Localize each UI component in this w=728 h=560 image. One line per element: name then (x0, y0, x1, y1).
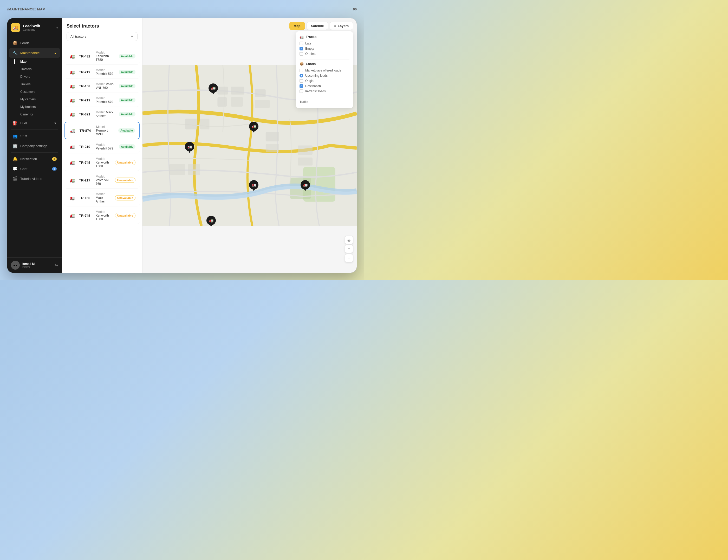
tractor-item[interactable]: 🚛 TR-219 Model: Peterbilt 579 Available (64, 94, 140, 107)
sidebar-item-loads[interactable]: 📦 Loads (9, 38, 60, 48)
zoom-out-button[interactable]: − (345, 254, 353, 262)
sidebar-sub-item-carrier-for-label: Carier for (20, 113, 33, 116)
tracks-late-label: Late (305, 42, 311, 45)
tractor-icon: 🚛 (69, 53, 76, 60)
tractor-id: TR-219 (79, 145, 93, 149)
tractor-id: TR-321 (79, 112, 93, 116)
sidebar-header: 🚚 LoadSwift Company « (7, 18, 62, 37)
tractor-item[interactable]: 🚛 TR-745 Model: Kenworth T680 Unavailabl… (64, 207, 140, 224)
tractor-item[interactable]: 🚛 TR-745 Model: Kenworth T680 Unavailabl… (64, 154, 140, 171)
sidebar-sub-item-trailers[interactable]: Trailers (9, 81, 60, 88)
svg-rect-5 (217, 97, 227, 107)
filter-dropdown[interactable]: All tractors ▼ (67, 32, 138, 41)
fuel-chevron: ▼ (54, 122, 57, 125)
tractor-item[interactable]: 🚛 TR-432 Model: Kenworth T680 Available (64, 48, 140, 65)
sidebar-divider-2 (11, 152, 58, 153)
svg-rect-10 (200, 119, 209, 129)
svg-rect-6 (231, 97, 243, 107)
stuff-icon: 👥 (12, 134, 18, 139)
tractor-model: Model: Kenworth W900 (96, 125, 115, 136)
sidebar-sub-item-tractors[interactable]: Tractors (9, 66, 60, 73)
layers-panel: 🚛 Tracks ✓ Late ✓ Empty ✓ (296, 31, 353, 108)
marketplace-loads-label: Marketplace offered loads (305, 69, 341, 72)
sidebar-sub-item-my-carriers[interactable]: My carriers (9, 96, 60, 103)
tractor-status-badge: Available (119, 70, 135, 74)
sidebar-sub-item-my-brokers-label: My brokers (20, 105, 36, 109)
sidebar-item-fuel-label: Fuel (20, 121, 27, 125)
tractor-id: TR-874 (80, 129, 93, 133)
in-transit-checkbox[interactable]: ✓ (300, 89, 303, 93)
svg-rect-11 (266, 132, 279, 141)
tractor-item[interactable]: 🚛 TR-321 Model: Mack Anthem Available (64, 108, 140, 121)
filter-label: All tractors (70, 35, 86, 38)
sidebar-sub-item-my-brokers[interactable]: My brokers (9, 103, 60, 110)
sidebar-sub-item-tractors-label: Tractors (20, 67, 32, 71)
tractor-id: TR-745 (79, 161, 93, 165)
tractor-icon: 🚛 (69, 68, 76, 76)
tractor-model: Model: Kenworth T680 (96, 157, 112, 168)
tractor-item[interactable]: 🚛 TR-160 Model: Mack Anthem Unavailable (64, 190, 140, 206)
tractor-id: TR-217 (79, 178, 93, 182)
tractor-icon: 🚛 (69, 194, 76, 201)
destination-checkbox[interactable]: ✓ (300, 84, 303, 88)
tracks-late-item: ✓ Late (300, 41, 349, 46)
upcoming-loads-radio[interactable] (300, 74, 303, 77)
sidebar-sub-item-drivers[interactable]: Drivers (9, 73, 60, 80)
sidebar-item-notification[interactable]: 🔔 Notification 3 (9, 154, 60, 164)
svg-rect-15 (298, 146, 313, 155)
sidebar-collapse-button[interactable]: « (56, 25, 58, 30)
tractor-model: Model: Mack Anthem (96, 110, 116, 118)
tractor-item[interactable]: 🚛 TR-217 Model: Volvo VNL 760 Unavailabl… (64, 172, 140, 189)
tracks-late-checkbox[interactable]: ✓ (300, 42, 303, 45)
svg-rect-7 (255, 89, 266, 97)
tracks-ontime-checkbox[interactable]: ✓ (300, 52, 303, 56)
sidebar-item-tutorial[interactable]: 🎬 Tutorial videos (9, 174, 60, 184)
map-pin-3[interactable]: 🚛 (185, 142, 194, 154)
tractor-id: TR-160 (79, 196, 93, 200)
tractor-panel: Select tractors All tractors ▼ 🚛 TR-432 … (62, 18, 142, 273)
marketplace-loads-checkbox[interactable]: ✓ (300, 69, 303, 72)
map-pin-1[interactable]: 🚛 (209, 83, 218, 95)
sidebar-sub-item-map[interactable]: Map (9, 58, 60, 65)
chat-icon: 💬 (12, 166, 18, 171)
sidebar-item-chat-label: Chat (20, 167, 27, 171)
map-pin-6[interactable]: 🚛 (206, 216, 216, 228)
sidebar-item-chat[interactable]: 💬 Chat 5 (9, 164, 60, 174)
sidebar-item-stuff[interactable]: 👥 Stuff (9, 131, 60, 141)
origin-checkbox[interactable]: ✓ (300, 79, 303, 83)
tractor-status-badge: Available (119, 144, 135, 149)
sidebar-item-maintenance-label: Maintenance (20, 51, 40, 55)
tractor-id: TR-432 (79, 54, 93, 58)
logout-button[interactable]: ↪ (55, 263, 58, 268)
sidebar-sub-item-customers[interactable]: Customers (9, 88, 60, 95)
traffic-label: Traffic (300, 100, 308, 104)
sidebar-item-maintenance[interactable]: 🔧 Maintenance ▲ (9, 48, 60, 58)
loads-title: 📦 Loads (300, 62, 349, 66)
sidebar-item-notification-label: Notification (20, 157, 37, 161)
tractor-item[interactable]: 🚛 TR-158 Model: Volvo VNL 760 Available (64, 80, 140, 93)
sidebar-divider-1 (11, 129, 58, 130)
tractor-item[interactable]: 🚛 TR-219 Model: Peterbilt 579 Available (64, 140, 140, 153)
tractor-model: Model: Volvo VNL 760 (96, 175, 112, 186)
map-zoom-controls: + − (345, 245, 353, 262)
map-pin-5[interactable]: 🚛 (301, 180, 310, 192)
sidebar-item-loads-label: Loads (20, 41, 29, 45)
in-transit-label: In-transit loads (305, 89, 326, 93)
layers-button[interactable]: ≡ Layers (330, 22, 353, 30)
user-name: Ismail M. (22, 262, 52, 266)
sidebar-sub-item-my-carriers-label: My carriers (20, 97, 36, 101)
tracks-empty-checkbox[interactable]: ✓ (300, 47, 303, 50)
zoom-in-button[interactable]: + (345, 245, 353, 253)
location-button[interactable]: ◎ (345, 236, 353, 244)
map-button[interactable]: Map (289, 22, 305, 30)
svg-marker-31 (304, 188, 307, 191)
sidebar-item-fuel[interactable]: ⛽ Fuel ▼ (9, 118, 60, 128)
tractor-item[interactable]: 🚛 TR-219 Model: Peterbilt 579 Available (64, 66, 140, 79)
map-pin-2[interactable]: 🚛 (249, 122, 258, 134)
satellite-button[interactable]: Satellite (307, 22, 328, 30)
tractor-item[interactable]: 🚛 TR-874 Model: Kenworth W900 Available (64, 122, 140, 139)
destination-item: ✓ Destination (300, 83, 349, 89)
map-pin-4[interactable]: 🚛 (249, 180, 258, 192)
sidebar-sub-item-carrier-for[interactable]: Carier for (9, 111, 60, 118)
sidebar-item-company-settings[interactable]: 🏢 Company settings (9, 141, 60, 151)
